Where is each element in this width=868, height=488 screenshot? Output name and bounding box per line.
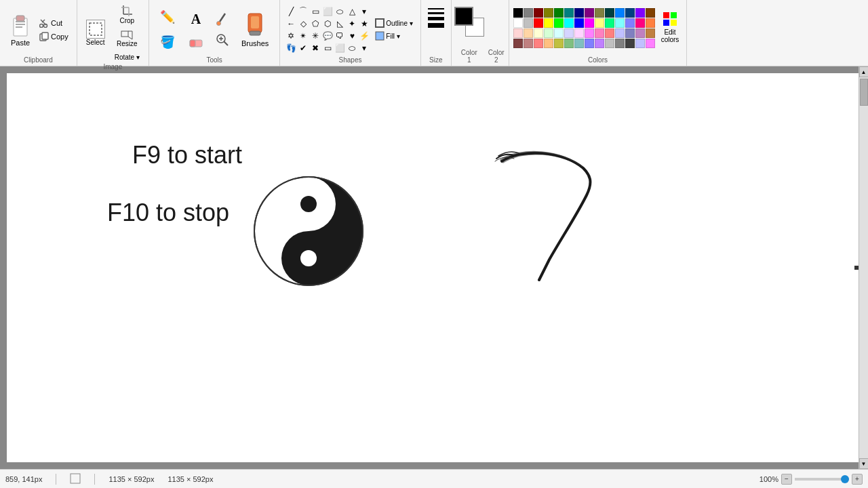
zoom-slider[interactable]	[795, 478, 849, 481]
color-swatch[interactable]	[524, 39, 533, 48]
shape-star8[interactable]: ✴	[298, 30, 309, 41]
color-swatch[interactable]	[646, 8, 655, 18]
color-swatch[interactable]	[585, 28, 594, 38]
color-swatch[interactable]	[635, 28, 645, 38]
shape-callout1[interactable]: 💬	[322, 30, 333, 41]
color-swatch[interactable]	[513, 18, 523, 28]
color-swatch[interactable]	[615, 8, 625, 18]
color-swatch[interactable]	[513, 8, 523, 18]
color-swatch[interactable]	[585, 39, 594, 48]
color1-block[interactable]	[454, 7, 473, 26]
shape-footprint[interactable]: 👣	[285, 43, 296, 54]
brushes-button[interactable]: Brushes	[236, 9, 274, 50]
vertical-scrollbar[interactable]: ▲ ▼	[859, 66, 868, 469]
shape-check[interactable]: ✔	[298, 43, 309, 54]
pencil-button[interactable]: ✏️	[155, 5, 180, 28]
color-swatch[interactable]	[605, 18, 614, 28]
size-line-4[interactable]	[428, 23, 444, 28]
shape-pentagon[interactable]: ⬠	[310, 18, 321, 29]
shape-diamond[interactable]: ◇	[298, 18, 309, 29]
color-swatch[interactable]	[625, 39, 635, 48]
color-swatch[interactable]	[646, 28, 655, 38]
shape-star6[interactable]: ✡	[285, 30, 296, 41]
shape-arrow-l[interactable]: ←	[285, 18, 296, 29]
shape-more[interactable]: ▾	[359, 6, 370, 17]
color-swatch[interactable]	[615, 39, 625, 48]
color-swatch[interactable]	[564, 8, 574, 18]
color-swatch[interactable]	[595, 39, 604, 48]
shape-star4[interactable]: ✦	[347, 18, 357, 29]
shape-rect[interactable]: ▭	[310, 6, 321, 17]
color-swatch[interactable]	[534, 28, 543, 38]
color-swatch[interactable]	[646, 18, 655, 28]
color-swatch[interactable]	[513, 39, 523, 48]
shape-right-tri[interactable]: ◺	[334, 18, 345, 29]
shape-lightning[interactable]: ⚡	[359, 30, 370, 41]
zoom-in-button[interactable]: +	[852, 474, 863, 485]
zoom-tool-button[interactable]	[212, 30, 233, 49]
color-swatch[interactable]	[615, 28, 625, 38]
cut-button[interactable]: Cut	[37, 17, 71, 29]
color-swatch[interactable]	[605, 28, 614, 38]
shape-oval[interactable]: ⬭	[347, 43, 357, 54]
color-swatch[interactable]	[534, 39, 543, 48]
color-swatch[interactable]	[574, 8, 584, 18]
color-swatch[interactable]	[564, 28, 574, 38]
text-button[interactable]: A	[183, 7, 209, 30]
shape-triangle[interactable]: △	[347, 6, 357, 17]
color-swatch[interactable]	[615, 18, 625, 28]
color-swatch[interactable]	[635, 18, 645, 28]
shape-rect2[interactable]: ▭	[322, 43, 333, 54]
color-swatch[interactable]	[595, 28, 604, 38]
paste-button[interactable]: Paste	[5, 10, 35, 49]
color-swatch[interactable]	[635, 39, 645, 48]
size-line-3[interactable]	[428, 17, 444, 20]
edit-colors-button[interactable]: Edit colors	[658, 9, 683, 45]
color-swatch[interactable]	[554, 28, 564, 38]
resize-button[interactable]: Resize	[111, 28, 143, 49]
color-swatch[interactable]	[635, 8, 645, 18]
color-swatch[interactable]	[585, 18, 594, 28]
color-swatch[interactable]	[605, 8, 614, 18]
color-swatch[interactable]	[595, 18, 604, 28]
shape-hexagon[interactable]: ⬡	[322, 18, 333, 29]
color-swatch[interactable]	[544, 28, 553, 38]
color-swatch[interactable]	[574, 28, 584, 38]
color-swatch[interactable]	[554, 8, 564, 18]
scroll-down-button[interactable]: ▼	[859, 458, 869, 469]
color-swatch[interactable]	[534, 18, 543, 28]
select-button[interactable]: Select	[83, 18, 108, 48]
shape-roundrect[interactable]: ⬜	[322, 6, 333, 17]
color-swatch[interactable]	[554, 18, 564, 28]
color-swatch[interactable]	[564, 18, 574, 28]
shape-explosion[interactable]: ✳	[310, 30, 321, 41]
color-swatch[interactable]	[574, 39, 584, 48]
color-swatch[interactable]	[646, 39, 655, 48]
color-swatch[interactable]	[595, 8, 604, 18]
color-swatch[interactable]	[605, 39, 614, 48]
shape-ellipse[interactable]: ⬭	[334, 6, 345, 17]
rotate-button[interactable]: Rotate ▾	[111, 52, 143, 63]
size-line-1[interactable]	[428, 8, 444, 9]
color-swatch[interactable]	[625, 28, 635, 38]
fill-button[interactable]: Fill ▾	[373, 30, 414, 41]
resize-handle[interactable]	[854, 266, 859, 270]
fill-button[interactable]: 🪣	[155, 30, 180, 54]
color-swatch[interactable]	[544, 8, 553, 18]
shape-callout2[interactable]: 🗨	[334, 30, 345, 41]
color-swatch[interactable]	[544, 39, 553, 48]
size-line-2[interactable]	[428, 12, 444, 14]
color-swatch[interactable]	[524, 8, 533, 18]
shape-star5[interactable]: ★	[359, 18, 370, 29]
shape-rounded2[interactable]: ⬜	[334, 43, 345, 54]
color-swatch[interactable]	[564, 39, 574, 48]
color-swatch[interactable]	[524, 18, 533, 28]
scroll-thumb[interactable]	[860, 79, 868, 106]
color-swatch[interactable]	[574, 18, 584, 28]
color-swatch[interactable]	[554, 39, 564, 48]
color-swatch[interactable]	[524, 28, 533, 38]
shape-more2[interactable]: ▾	[359, 43, 370, 54]
color-swatch[interactable]	[544, 18, 553, 28]
zoom-thumb[interactable]	[841, 475, 849, 483]
color-swatch[interactable]	[625, 8, 635, 18]
